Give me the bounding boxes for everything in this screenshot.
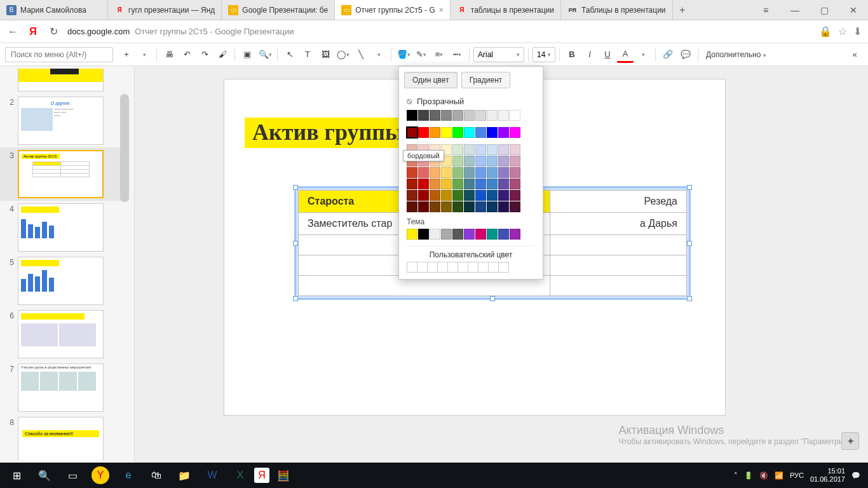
color-swatch[interactable] — [487, 201, 498, 212]
color-swatch[interactable] — [510, 201, 520, 212]
color-swatch[interactable] — [441, 167, 452, 178]
search-icon[interactable]: 🔍 — [31, 463, 58, 488]
table-cell[interactable]: Резеда — [550, 191, 687, 213]
color-swatch[interactable] — [407, 190, 417, 201]
color-swatch[interactable] — [464, 179, 475, 189]
thumb-row[interactable]: 6 — [0, 308, 129, 361]
excel-icon[interactable]: X — [226, 463, 254, 488]
color-swatch[interactable] — [464, 127, 475, 138]
color-swatch[interactable] — [430, 110, 440, 121]
image-icon[interactable]: 🖼 — [317, 46, 334, 63]
color-swatch[interactable] — [407, 167, 417, 178]
notifications-icon[interactable]: 💬 — [851, 471, 860, 480]
start-icon[interactable]: ⊞ — [3, 463, 31, 488]
zoom-fit-icon[interactable]: ▣ — [239, 46, 255, 63]
thumb-row[interactable]: 2 О группе. xxxxx xxxxx xxxxxxxxx xxxxxx… — [0, 94, 129, 147]
edge-icon[interactable]: e — [114, 463, 142, 488]
color-swatch[interactable] — [407, 110, 417, 121]
color-swatch[interactable] — [407, 201, 417, 212]
color-swatch[interactable] — [464, 229, 475, 240]
color-swatch[interactable] — [475, 156, 486, 166]
color-swatch[interactable] — [441, 229, 452, 240]
zoom-dropdown[interactable]: 🔍▾ — [257, 46, 273, 63]
border-dash-icon[interactable]: ┅▾ — [449, 46, 465, 63]
yandex-icon[interactable]: Я — [254, 468, 269, 483]
menu-search-input[interactable] — [5, 47, 113, 62]
scrollbar[interactable] — [120, 94, 129, 202]
underline-icon[interactable]: U — [599, 46, 616, 63]
word-icon[interactable]: W — [198, 463, 226, 488]
comment-icon[interactable]: 💬 — [677, 46, 694, 63]
color-swatch[interactable] — [475, 144, 486, 155]
border-color-icon[interactable]: ✎▾ — [413, 46, 430, 63]
font-size-selector[interactable]: 14▾ — [532, 47, 555, 62]
color-swatch[interactable] — [498, 190, 509, 201]
volume-icon[interactable]: 🔇 — [759, 471, 768, 480]
select-tool-icon[interactable]: ↖ — [281, 46, 298, 63]
border-weight-icon[interactable]: ≡▾ — [431, 46, 447, 63]
thumb-row[interactable]: 7 Участие группы в общественных мероприя… — [0, 361, 129, 414]
clock[interactable]: 15:01 01.06.2017 — [810, 467, 845, 484]
color-swatch[interactable] — [464, 201, 475, 212]
color-swatch[interactable] — [475, 190, 486, 201]
slide-title[interactable]: Актив группы — [245, 118, 410, 148]
color-swatch[interactable] — [418, 190, 429, 201]
paint-format-icon[interactable]: 🖌 — [214, 46, 231, 63]
color-swatch[interactable] — [510, 156, 520, 166]
color-swatch[interactable] — [498, 127, 509, 138]
color-swatch[interactable] — [418, 167, 429, 178]
thumb-row[interactable]: 5 — [0, 254, 129, 308]
color-swatch[interactable] — [464, 167, 475, 178]
color-swatch[interactable] — [464, 144, 475, 155]
color-swatch[interactable] — [418, 110, 429, 121]
recent-swatch[interactable] — [407, 262, 417, 273]
language-indicator[interactable]: РУС — [790, 471, 804, 479]
color-swatch[interactable] — [407, 127, 417, 138]
calculator-icon[interactable]: 🧮 — [269, 463, 297, 488]
yandex-browser-icon[interactable]: Y — [92, 466, 109, 484]
color-swatch[interactable] — [452, 201, 463, 212]
new-slide-dropdown[interactable]: ▾ — [136, 46, 153, 63]
close-icon[interactable]: ✕ — [839, 0, 868, 20]
gradient-tab[interactable]: Градиент — [461, 72, 511, 88]
store-icon[interactable]: 🛍 — [142, 463, 170, 488]
tab-pr[interactable]: PR Таблицы в презентации — [561, 0, 673, 20]
color-swatch[interactable] — [498, 229, 509, 240]
color-swatch[interactable] — [510, 190, 520, 201]
text-color-icon[interactable]: A — [617, 46, 634, 63]
color-swatch[interactable] — [418, 201, 429, 212]
color-swatch[interactable] — [418, 127, 429, 138]
color-swatch[interactable] — [430, 190, 440, 201]
color-swatch[interactable] — [498, 156, 509, 166]
tab-yandex-2[interactable]: Я таблицы в презентации — [451, 0, 561, 20]
color-swatch[interactable] — [487, 144, 498, 155]
menu-icon[interactable]: ≡ — [751, 0, 780, 20]
color-swatch[interactable] — [430, 167, 440, 178]
color-swatch[interactable] — [452, 229, 463, 240]
color-swatch[interactable] — [498, 167, 509, 178]
tab-slides-1[interactable]: ▭ Google Презентации: бе — [222, 0, 335, 20]
link-icon[interactable]: 🔗 — [660, 46, 676, 63]
color-swatch[interactable] — [510, 144, 520, 155]
reload-icon[interactable]: ↻ — [47, 25, 60, 37]
battery-icon[interactable]: 🔋 — [744, 471, 753, 480]
color-swatch[interactable] — [464, 156, 475, 166]
color-swatch[interactable] — [487, 179, 498, 189]
color-swatch[interactable] — [475, 167, 486, 178]
color-swatch[interactable] — [452, 167, 463, 178]
maximize-icon[interactable]: ▢ — [810, 0, 839, 20]
color-swatch[interactable] — [452, 144, 463, 155]
color-swatch[interactable] — [510, 229, 520, 240]
table-cell[interactable]: а Дарья — [550, 213, 687, 235]
minimize-icon[interactable]: — — [780, 0, 810, 20]
line-icon[interactable]: ╲ — [353, 46, 369, 63]
color-swatch[interactable] — [487, 190, 498, 201]
feedback-button[interactable]: ✦ — [841, 432, 859, 450]
close-icon[interactable]: × — [439, 6, 444, 15]
color-swatch[interactable] — [452, 190, 463, 201]
color-swatch[interactable] — [475, 229, 486, 240]
line-dropdown[interactable]: ▾ — [370, 46, 387, 63]
shape-icon[interactable]: ◯▾ — [335, 46, 351, 63]
color-swatch[interactable] — [418, 179, 429, 189]
fill-color-icon[interactable]: 🪣▾ — [395, 46, 412, 63]
